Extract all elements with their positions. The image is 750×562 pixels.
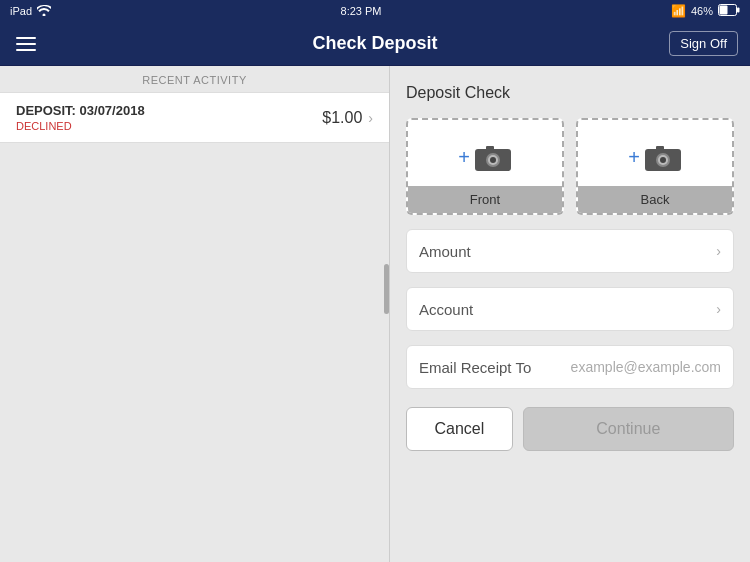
email-placeholder: example@example.com	[539, 359, 721, 375]
status-right: 📶 46%	[671, 4, 740, 18]
svg-rect-1	[720, 6, 728, 15]
account-label: Account	[419, 301, 710, 318]
battery-label: 46%	[691, 5, 713, 17]
front-plus-icon: +	[458, 146, 470, 169]
status-bar: iPad 8:23 PM 📶 46%	[0, 0, 750, 22]
activity-left: DEPOSIT: 03/07/2018 DECLINED	[16, 103, 145, 132]
back-camera-svg	[644, 142, 682, 172]
status-left: iPad	[10, 5, 51, 18]
activity-item[interactable]: DEPOSIT: 03/07/2018 DECLINED $1.00 ›	[0, 92, 389, 143]
hamburger-line	[16, 43, 36, 45]
svg-rect-2	[737, 8, 740, 13]
front-camera-svg	[474, 142, 512, 172]
button-row: Cancel Continue	[406, 407, 734, 451]
camera-row: + Front +	[406, 118, 734, 215]
main-content: RECENT ACTIVITY DEPOSIT: 03/07/2018 DECL…	[0, 66, 750, 562]
chevron-right-icon: ›	[368, 110, 373, 126]
right-panel: Deposit Check + Front	[390, 66, 750, 562]
back-camera-icon-area: +	[628, 120, 682, 186]
account-chevron-icon: ›	[716, 301, 721, 317]
scroll-thumb	[384, 264, 389, 314]
deposit-label: DEPOSIT: 03/07/2018	[16, 103, 145, 118]
deposit-amount: $1.00	[322, 109, 362, 127]
svg-rect-7	[486, 146, 494, 150]
deposit-status: DECLINED	[16, 120, 145, 132]
front-label: Front	[408, 186, 562, 213]
continue-button[interactable]: Continue	[523, 407, 734, 451]
menu-button[interactable]	[12, 33, 40, 55]
battery-icon	[718, 4, 740, 18]
account-field[interactable]: Account ›	[406, 287, 734, 331]
amount-field[interactable]: Amount ›	[406, 229, 734, 273]
front-camera-icon-area: +	[458, 120, 512, 186]
status-time: 8:23 PM	[341, 5, 382, 17]
hamburger-line	[16, 37, 36, 39]
activity-right: $1.00 ›	[322, 109, 373, 127]
page-title: Check Deposit	[312, 33, 437, 54]
app-header: Check Deposit Sign Off	[0, 22, 750, 66]
back-plus-icon: +	[628, 146, 640, 169]
hamburger-line	[16, 49, 36, 51]
svg-point-11	[660, 157, 666, 163]
svg-rect-12	[656, 146, 664, 150]
svg-point-6	[490, 157, 496, 163]
email-label: Email Receipt To	[419, 359, 539, 376]
cancel-button[interactable]: Cancel	[406, 407, 513, 451]
back-photo-box[interactable]: + Back	[576, 118, 734, 215]
amount-label: Amount	[419, 243, 710, 260]
front-photo-box[interactable]: + Front	[406, 118, 564, 215]
back-label: Back	[578, 186, 732, 213]
recent-activity-label: RECENT ACTIVITY	[0, 66, 389, 92]
wifi-icon	[37, 5, 51, 18]
left-panel: RECENT ACTIVITY DEPOSIT: 03/07/2018 DECL…	[0, 66, 390, 562]
sign-off-button[interactable]: Sign Off	[669, 31, 738, 56]
email-field[interactable]: Email Receipt To example@example.com	[406, 345, 734, 389]
amount-chevron-icon: ›	[716, 243, 721, 259]
bluetooth-icon: 📶	[671, 4, 686, 18]
carrier-label: iPad	[10, 5, 32, 17]
deposit-check-title: Deposit Check	[406, 84, 734, 102]
